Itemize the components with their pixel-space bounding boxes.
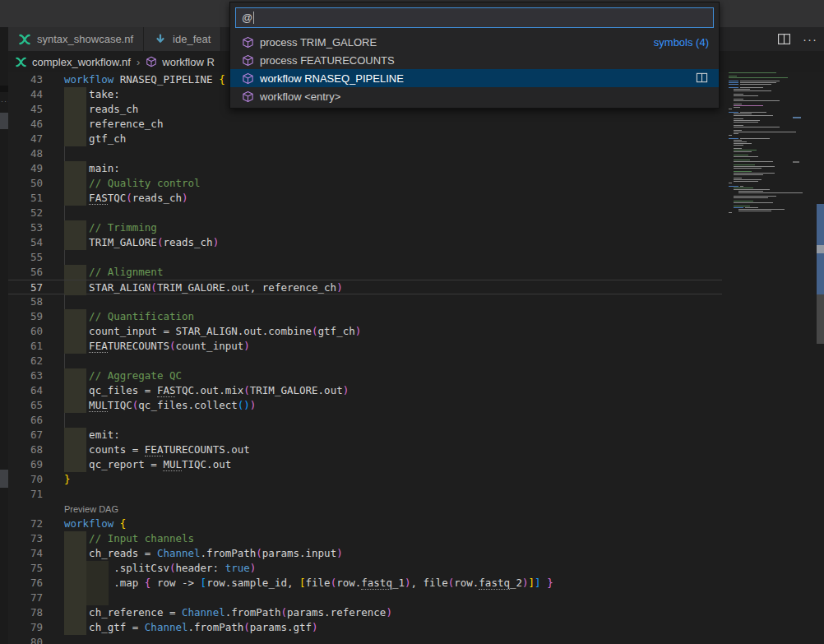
tab-syntax-showcase[interactable]: syntax_showcase.nf (8, 27, 144, 51)
code-line-51[interactable]: 51 FASTQC(reads_ch) (8, 191, 722, 206)
code-line-52[interactable]: 52 (8, 206, 722, 220)
code-line-75[interactable]: 75 .splitCsv(header: true) (8, 561, 722, 576)
line-number: 46 (8, 117, 43, 132)
code-line-55[interactable]: 55 (8, 250, 722, 265)
code-text: gtf_ch (64, 132, 126, 146)
code-line-57[interactable]: 57 STAR_ALIGN(TRIM_GALORE.out, reference… (8, 280, 722, 294)
scrollbar-decoration-light (817, 245, 824, 253)
left-scrollbar-thumb[interactable] (0, 113, 8, 129)
code-line-80[interactable]: 80 (8, 635, 722, 644)
left-scrollbar-thumb-lower[interactable] (0, 470, 8, 488)
code-line-56[interactable]: 56 // Alignment (8, 265, 722, 280)
minimap-row (725, 125, 816, 126)
minimap-row (725, 178, 816, 178)
symbol-cube-icon (242, 90, 254, 103)
tab-ide-features[interactable]: ide_feat (144, 27, 221, 51)
minimap-row (725, 192, 816, 193)
minimap-row (725, 155, 816, 155)
code-line-77[interactable]: 77 (8, 591, 722, 605)
code-line-79[interactable]: 79 ch_gtf = Channel.fromPath(params.gtf) (8, 620, 722, 635)
quick-open-item[interactable]: process FEATURECOUNTS (230, 51, 719, 69)
code-line-76[interactable]: 76 .map { row -> [row.sample_id, [file(r… (8, 576, 722, 591)
minimap-row (725, 181, 816, 182)
minimap-row (725, 115, 816, 116)
code-line-68[interactable]: 68 counts = FEATURECOUNTS.out (8, 442, 722, 457)
code-line-53[interactable]: 53 // Trimming (8, 220, 722, 235)
quick-open-item[interactable]: workflow RNASEQ_PIPELINE (230, 69, 719, 87)
minimap-row (725, 189, 816, 190)
code-line-70[interactable]: 70} (8, 472, 722, 487)
codelens-preview-dag[interactable]: Preview DAG (64, 504, 118, 514)
minimap-row (725, 161, 816, 162)
line-number: 62 (8, 354, 43, 368)
code-text: FEATURECOUNTS(count_input) (64, 339, 250, 354)
code-editor[interactable]: 43workflow RNASEQ_PIPELINE {44 take:45 r… (8, 72, 824, 644)
quick-open-input[interactable]: @ (235, 7, 714, 28)
line-number: 48 (8, 146, 43, 161)
tab-label: ide_feat (173, 33, 211, 45)
code-line-47[interactable]: 47 gtf_ch (8, 132, 722, 146)
code-line-73[interactable]: 73 // Input channels (8, 531, 722, 546)
code-line-63[interactable]: 63 // Aggregate QC (8, 368, 722, 383)
line-number: 74 (8, 546, 43, 561)
code-line-65[interactable]: 65 MULTIQC(qc_files.collect()) (8, 398, 722, 413)
minimap[interactable] (725, 72, 816, 644)
code-line-66[interactable]: 66 (8, 413, 722, 428)
quick-open-item-label: process FEATURECOUNTS (260, 54, 709, 67)
minimap-row (725, 158, 816, 159)
code-line-54[interactable]: 54 TRIM_GALORE(reads_ch) (8, 235, 722, 250)
breadcrumb-symbol[interactable]: workflow R (162, 56, 215, 68)
open-to-side-icon[interactable] (696, 72, 709, 85)
minimap-row (725, 183, 816, 183)
code-line-58[interactable]: 58 (8, 294, 722, 309)
code-line-67[interactable]: 67 emit: (8, 428, 722, 442)
code-line-62[interactable]: 62 (8, 354, 722, 368)
code-line-60[interactable]: 60 count_input = STAR_ALIGN.out.combine(… (8, 324, 722, 339)
minimap-decoration (793, 117, 801, 118)
indent-guide (64, 206, 65, 220)
code-line-69[interactable]: 69 qc_report = MULTIQC.out (8, 457, 722, 472)
code-line-50[interactable]: 50 // Quality control (8, 176, 722, 191)
line-number: 64 (8, 383, 43, 398)
editor-actions: ··· (776, 27, 817, 51)
minimap-row (725, 107, 816, 108)
minimap-row (725, 196, 816, 197)
quick-open-query: @ (242, 12, 252, 24)
split-editor-icon[interactable] (776, 32, 791, 47)
code-text: reference_ch (64, 117, 163, 132)
code-line-78[interactable]: 78 ch_reference = Channel.fromPath(param… (8, 605, 722, 620)
quick-open-item[interactable]: process TRIM_GALOREsymbols (4) (230, 33, 719, 51)
code-line-59[interactable]: 59 // Quantification (8, 309, 722, 324)
code-line-72[interactable]: 72workflow { (8, 517, 722, 531)
more-actions-icon[interactable]: ··· (803, 32, 817, 47)
minimap-row (725, 197, 816, 198)
code-text: // Input channels (64, 531, 194, 546)
scrollbar[interactable] (817, 72, 824, 644)
line-number: 49 (8, 161, 43, 176)
code-line-64[interactable]: 64 qc_files = FASTQC.out.mix(TRIM_GALORE… (8, 383, 722, 398)
code-line-71[interactable]: 71 (8, 487, 722, 502)
minimap-row (725, 120, 816, 121)
minimap-row (725, 143, 816, 144)
breadcrumb-file[interactable]: complex_workflow.nf (32, 56, 131, 68)
minimap-row (725, 127, 816, 127)
indent-guide (64, 250, 65, 265)
code-line-48[interactable]: 48 (8, 146, 722, 161)
code-text: // Trimming (64, 220, 157, 235)
scrollbar-thumb[interactable] (817, 294, 824, 344)
code-line-74[interactable]: 74 ch_reads = Channel.fromPath(params.in… (8, 546, 722, 561)
minimap-row (725, 90, 816, 91)
code-line-61[interactable]: 61 FEATURECOUNTS(count_input) (8, 339, 722, 354)
minimap-row (725, 176, 816, 177)
quick-open-item[interactable]: workflow <entry> (230, 87, 719, 105)
left-editor-strip[interactable]: ··· (0, 27, 8, 644)
minimap-row (725, 79, 816, 80)
code-line-49[interactable]: 49 main: (8, 161, 722, 176)
code-line-46[interactable]: 46 reference_ch (8, 117, 722, 132)
line-number: 66 (8, 413, 43, 428)
indent-guide (64, 413, 65, 428)
line-number: 72 (8, 517, 43, 531)
minimap-row (725, 95, 816, 96)
minimap-row (725, 212, 816, 213)
minimap-row (725, 191, 816, 192)
